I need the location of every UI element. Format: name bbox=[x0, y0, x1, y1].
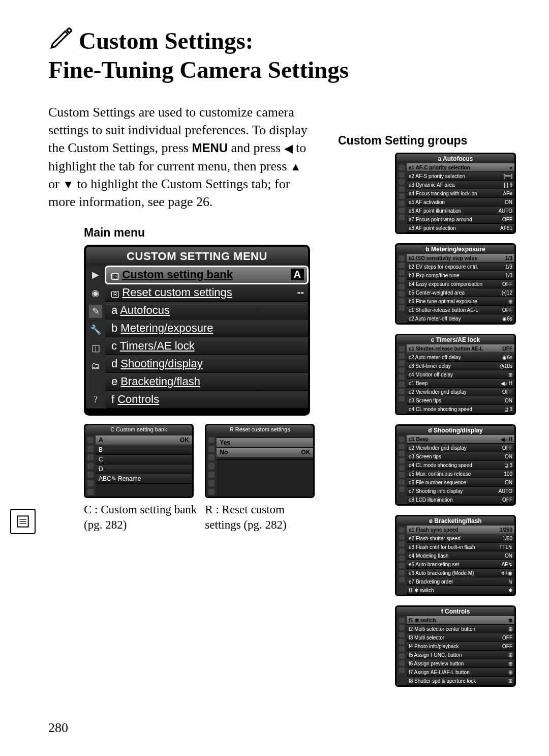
group-row: c2 Auto meter-off delay◉6s bbox=[407, 314, 514, 323]
thumb-row: Yes bbox=[217, 438, 313, 448]
group-row: a5 AF activationON bbox=[407, 198, 514, 207]
group-header: b Metering/exposure bbox=[396, 245, 514, 254]
group-row: c1 Shutter-release button AE-LOFF bbox=[407, 306, 514, 314]
group-row: a6 AF point illuminationAUTO bbox=[407, 207, 514, 215]
group-row: e7 Bracketing orderℕ bbox=[407, 577, 514, 586]
group-row: e4 Modeling flashON bbox=[407, 551, 514, 560]
thumb-header: C Custom setting bank bbox=[85, 425, 192, 435]
group-row: d1 Beep◀♪ H bbox=[407, 379, 514, 388]
playback-icon: ▶ bbox=[89, 268, 102, 281]
thumb-left-caption: C : Custom setting bank (pg. 282) bbox=[84, 502, 198, 533]
main-menu-label: Main menu bbox=[84, 226, 323, 240]
menu-row: R Reset custom settings-- bbox=[105, 284, 308, 302]
group-row: f1 ✱ switch✱ bbox=[407, 586, 514, 595]
group-screen: b Metering/exposureb1 ISO sensitivity st… bbox=[395, 243, 516, 325]
group-header: e Bracketing/flash bbox=[396, 516, 514, 526]
group-row: d2 Viewfinder grid displayOFF bbox=[407, 444, 514, 452]
title-line-2: Fine-Tuning Camera Settings bbox=[48, 56, 516, 83]
group-row: f4 Photo info/playbackOFF bbox=[407, 642, 514, 651]
group-header: d Shooting/display bbox=[396, 426, 514, 435]
page-title: Custom Settings: Fine-Tuning Camera Sett… bbox=[48, 25, 516, 83]
group-row: f1 ✱ switch✱ bbox=[407, 616, 514, 625]
group-side-icons bbox=[396, 344, 407, 414]
group-side-icons bbox=[396, 616, 407, 685]
margin-menu-icon bbox=[10, 509, 36, 534]
menu-row-value: -- bbox=[297, 286, 304, 298]
reset-thumb: R Reset custom settings YesNoOK bbox=[205, 424, 315, 498]
group-row: c1 Shutter-release button AE-LOFF bbox=[407, 344, 514, 353]
menu-header: CUSTOM SETTING MENU bbox=[86, 247, 308, 266]
group-row: c2 Auto meter-off delay◉6s bbox=[407, 353, 514, 362]
custom-bank-thumb: C Custom setting bank AOKBCDABC✎ Rename bbox=[84, 424, 194, 498]
group-screen: f Controlsf1 ✱ switch✱f2 Multi selector … bbox=[395, 605, 516, 687]
wrench-icon: 🔧 bbox=[89, 323, 102, 336]
group-side-icons bbox=[396, 435, 407, 504]
group-row: b5 Center-weighted area(•)12 bbox=[407, 288, 514, 297]
my-menu-icon: 🗂 bbox=[89, 360, 102, 373]
group-row: a2 AF-S priority selection[==] bbox=[407, 172, 514, 181]
group-row: a8 AF point selectionAF51 bbox=[407, 224, 514, 232]
group-side-icons bbox=[396, 163, 407, 232]
group-row: b6 Fine tune optimal exposure⊞ bbox=[407, 297, 514, 306]
thumb-row: ABC✎ Rename bbox=[96, 474, 192, 484]
menu-row-label: C Custom setting bank bbox=[111, 268, 233, 281]
group-row: e5 Auto bracketing setAE↯ bbox=[407, 560, 514, 569]
group-side-icons bbox=[396, 526, 407, 595]
group-row: f7 Assign AE-L/AF-L button⊞ bbox=[407, 668, 514, 677]
group-row: f2 Multi selector center button⊞ bbox=[407, 625, 514, 633]
group-row: d3 Screen tipsON bbox=[407, 452, 514, 461]
menu-row-label: d Shooting/display bbox=[111, 357, 203, 370]
pencil-icon: ✎ bbox=[89, 305, 102, 318]
thumb-right-caption: R : Reset custom settings (pg. 282) bbox=[205, 502, 323, 533]
custom-setting-menu-screen: CUSTOM SETTING MENU ▶ ◉ ✎ 🔧 ◫ 🗂 ? C Cust… bbox=[84, 245, 310, 416]
page-number: 280 bbox=[48, 720, 68, 736]
group-row: d5 Max. continuous release100 bbox=[407, 470, 514, 478]
group-row: f3 Multi selectorOFF bbox=[407, 633, 514, 642]
groups-label: Custom Setting groups bbox=[338, 134, 516, 148]
group-row: a7 Focus point wrap-aroundOFF bbox=[407, 215, 514, 224]
group-row: a1 AF-C priority selection● bbox=[407, 163, 514, 172]
thumb-row: D bbox=[96, 464, 192, 474]
menu-row: e Bracketing/flash bbox=[105, 373, 308, 391]
group-row: b4 Easy exposure compensationOFF bbox=[407, 280, 514, 288]
menu-row-label: e Bracketing/flash bbox=[111, 375, 200, 388]
menu-row: f Controls bbox=[105, 391, 308, 409]
menu-row: b Metering/exposure bbox=[105, 319, 308, 337]
group-header: c Timers/AE lock bbox=[396, 335, 514, 344]
group-row: e1 Flash sync speed1/250 bbox=[407, 526, 514, 534]
group-row: d4 CL mode shooting speed⊒ 3 bbox=[407, 405, 514, 414]
group-row: d2 Viewfinder grid displayOFF bbox=[407, 388, 514, 396]
group-row: b1 ISO sensitivity step value1/3 bbox=[407, 254, 514, 263]
menu-key: MENU bbox=[192, 141, 228, 155]
group-row: e3 Flash cntrl for built-in flashTTL↯ bbox=[407, 543, 514, 551]
group-row: a4 Focus tracking with lock-onAF≡ bbox=[407, 189, 514, 198]
thumb-row bbox=[217, 457, 313, 460]
group-row: c3 Self-timer delay◔10s bbox=[407, 362, 514, 370]
menu-row-label: R Reset custom settings bbox=[111, 286, 232, 299]
group-screen: c Timers/AE lockc1 Shutter-release butto… bbox=[395, 334, 516, 415]
group-row: d6 File number sequenceON bbox=[407, 478, 514, 487]
group-screen: a Autofocusa1 AF-C priority selection●a2… bbox=[395, 153, 516, 234]
group-row: a3 Dynamic AF area[·] 9 bbox=[407, 181, 514, 189]
group-row: f5 Assign FUNC. button⊞ bbox=[407, 651, 514, 659]
intro-paragraph: Custom Settings are used to customize ca… bbox=[48, 103, 313, 211]
menu-row-label: c Timers/AE lock bbox=[111, 339, 195, 353]
down-triangle-icon: ▼ bbox=[63, 178, 74, 191]
group-row: e2 Flash shutter speed1/60 bbox=[407, 534, 514, 543]
thumb-header: R Reset custom settings bbox=[206, 425, 313, 435]
group-row: c4 Monitor off delay⊞ bbox=[407, 370, 514, 379]
thumb-row: C bbox=[96, 455, 192, 464]
group-side-icons bbox=[396, 254, 407, 323]
menu-row-value: A bbox=[291, 269, 304, 280]
menu-row-label: b Metering/exposure bbox=[111, 322, 214, 335]
menu-side-icons: ▶ ◉ ✎ 🔧 ◫ 🗂 ? bbox=[86, 266, 105, 409]
camera-icon: ◉ bbox=[89, 286, 102, 300]
left-triangle-icon: ◀ bbox=[284, 142, 293, 155]
group-row: b2 EV steps for exposure cntrl.1/3 bbox=[407, 263, 514, 271]
group-row: d1 Beep◀♪ H bbox=[407, 435, 514, 444]
menu-row: C Custom setting bankA bbox=[105, 266, 308, 284]
menu-row-label: a Autofocus bbox=[111, 304, 170, 317]
help-icon: ? bbox=[89, 393, 102, 406]
group-screen: d Shooting/displayd1 Beep◀♪ Hd2 Viewfind… bbox=[395, 424, 516, 506]
up-triangle-icon: ▲ bbox=[290, 160, 301, 173]
